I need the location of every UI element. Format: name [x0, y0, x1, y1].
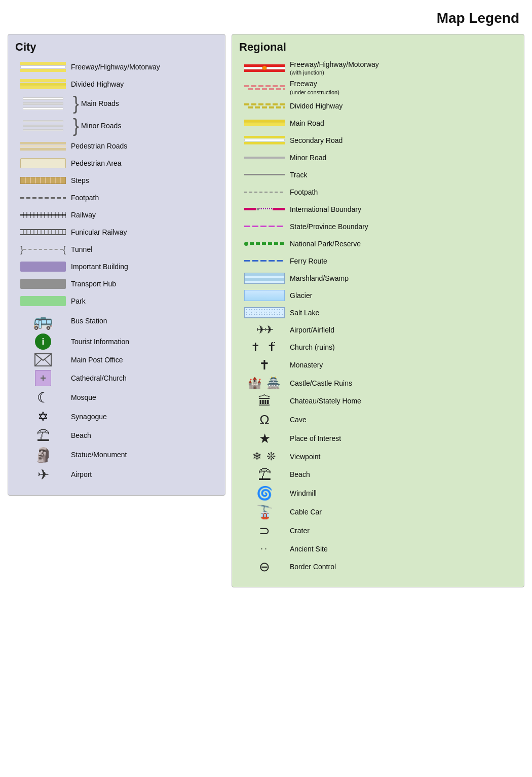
list-item: } } Tunnel	[15, 242, 218, 256]
list-item: 🏛 Chateau/Stately Home	[239, 393, 517, 409]
list-item: Footpath	[239, 185, 517, 199]
city-heading: City	[15, 41, 218, 54]
city-panel: City Freeway/Highway/Motorway D	[8, 34, 225, 496]
list-item: 🌀 Windmill	[239, 486, 517, 501]
list-item: Main Road	[239, 116, 517, 130]
list-item: i Tourist Information	[15, 334, 218, 350]
list-item: Track	[239, 168, 517, 182]
tourist-icon: i	[35, 334, 51, 350]
list-item: Secondary Road	[239, 133, 517, 147]
list-item: Funicular Railway	[15, 225, 218, 239]
list-item: Railway	[15, 208, 218, 222]
list-item: Transport Hub	[15, 277, 218, 291]
beach-regional-icon: ⛱	[258, 467, 271, 483]
list-item: ★ Place of Interest	[239, 431, 517, 447]
list-item: ⊖ Border Control	[239, 559, 517, 575]
castle-icon: 🏰 🏯	[248, 377, 281, 390]
list-item: } Minor Roads	[15, 117, 218, 135]
list-item: ☾ Mosque	[15, 389, 218, 406]
list-item: Steps	[15, 173, 218, 188]
list-item: Ferry Route	[239, 254, 517, 268]
list-item: Marshland/Swamp	[239, 271, 517, 285]
list-item: ✝ Monastery	[239, 357, 517, 373]
list-item: ❄ ❊ Viewpoint	[239, 450, 517, 464]
statue-icon: 🗿	[34, 447, 52, 463]
list-item: Freeway/Highway/Motorway (with junction)	[239, 60, 517, 76]
list-item: ✈✈ Airport/Airfield	[239, 323, 517, 337]
beach-icon: ⛱	[36, 428, 50, 443]
list-item: Minor Road	[239, 151, 517, 165]
regional-heading: Regional	[239, 41, 517, 54]
list-item: ⊃ Crater	[239, 523, 517, 539]
cave-icon: Ω	[259, 412, 269, 428]
bus-icon: 🚌	[33, 311, 53, 330]
regional-panel: Regional Freeway/Highway/Motorway (with …	[232, 34, 524, 587]
mosque-icon: ☾	[37, 389, 50, 406]
list-item: ⛱ Beach	[15, 428, 218, 443]
list-item: 🚌 Bus Station	[15, 311, 218, 330]
list-item: State/Province Boundary	[239, 219, 517, 234]
border-icon: ⊖	[259, 559, 270, 575]
cathedral-icon: +	[35, 370, 51, 386]
list-item: } Main Roads	[15, 94, 218, 113]
list-item: Important Building	[15, 260, 218, 274]
list-item: Freeway/Highway/Motorway	[15, 60, 218, 74]
church-regional-icon: ✝ ✝̈	[251, 341, 278, 354]
crater-icon: ⊃	[259, 523, 270, 539]
list-item: Park	[15, 294, 218, 308]
list-item: ✝ ✝̈ Church (ruins)	[239, 340, 517, 354]
list-item: Glacier	[239, 288, 517, 303]
airport-regional-icon: ✈✈	[256, 323, 273, 337]
list-item: Pedestrian Roads	[15, 139, 218, 153]
list-item: Pedestrian Area	[15, 156, 218, 170]
ancient-icon: ∙∙	[260, 543, 269, 554]
list-item: + Cathedral/Church	[15, 370, 218, 386]
list-item: Divided Highway	[15, 77, 218, 91]
list-item: National Park/Reserve	[239, 237, 517, 251]
page-title: Map Legend	[8, 5, 524, 34]
list-item: Salt Lake	[239, 306, 517, 320]
chateau-icon: 🏛	[258, 393, 271, 409]
monastery-icon: ✝	[259, 357, 270, 373]
synagogue-icon: ✡	[37, 409, 49, 425]
list-item: ✈ Airport	[15, 466, 218, 483]
list-item: International Boundary	[239, 202, 517, 216]
list-item: ⛱ Beach	[239, 467, 517, 483]
post-icon	[34, 353, 52, 366]
list-item: Divided Highway	[239, 99, 517, 113]
list-item: Ω Cave	[239, 412, 517, 428]
svg-line-0	[35, 359, 42, 365]
list-item: 🗿 Statue/Monument	[15, 447, 218, 463]
list-item: Freeway (under construction)	[239, 79, 517, 95]
viewpoint-icon: ❄ ❊	[252, 450, 277, 463]
list-item: ✡ Synagogue	[15, 409, 218, 425]
airport-city-icon: ✈	[37, 466, 49, 483]
list-item: Main Post Office	[15, 353, 218, 367]
list-item: ∙∙ Ancient Site	[239, 542, 517, 556]
interest-icon: ★	[259, 431, 271, 447]
list-item: 🚡 Cable Car	[239, 504, 517, 520]
cablecar-icon: 🚡	[256, 504, 273, 520]
svg-line-1	[45, 359, 51, 365]
list-item: Footpath	[15, 191, 218, 205]
windmill-icon: 🌀	[256, 486, 273, 501]
list-item: 🏰 🏯 Castle/Castle Ruins	[239, 376, 517, 390]
